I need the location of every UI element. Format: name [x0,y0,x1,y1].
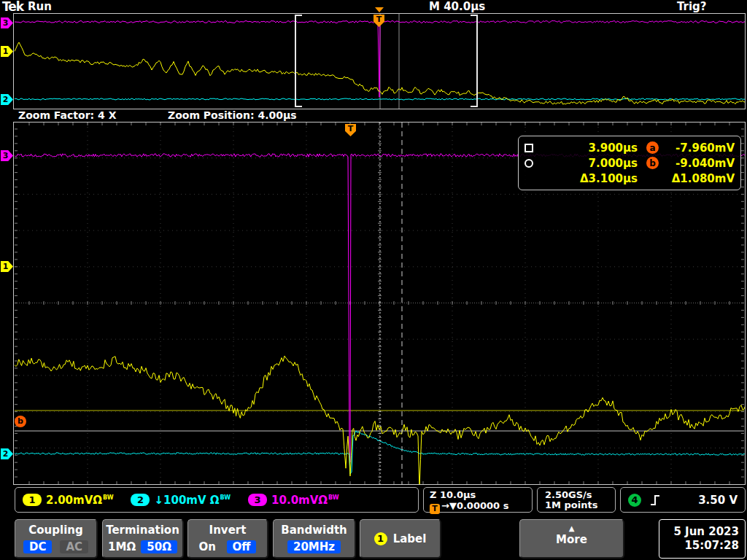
cursor-b-row: 7.000µs b -9.040mV [525,155,735,171]
cursor-b-time: 7.000µs [533,157,646,170]
ch1-readout-group[interactable]: 1 2.00mVΩBW [23,494,113,507]
ch2-bw-indicator: BW [220,494,231,501]
channel-readouts-box[interactable]: 1 2.00mVΩBW 2 ↓100mV ΩBW 3 10.0mVΩBW [15,487,419,513]
cursor-b-marker[interactable]: b [15,416,26,427]
invert-button[interactable]: Invert On Off [187,519,268,559]
zoom-bracket-left[interactable] [295,15,302,107]
ch2-scale-readout: ↓100mV ΩBW [154,494,231,507]
bandwidth-button[interactable]: Bandwidth 20MHz [273,519,356,559]
trigger-position-line: T→▼0.00000 s [430,500,532,514]
ch2-marker-main[interactable]: 2 [1,448,13,459]
trigger-position-readout: →▼0.00000 s [441,500,508,511]
coupling-title: Coupling [15,524,96,537]
coupling-ac-option[interactable]: AC [60,540,88,553]
zoom-bracket-right[interactable] [471,15,478,107]
more-button-text: More [520,533,623,546]
label-button[interactable]: 1 Label [360,519,441,559]
cursor-delta-time: Δ3.100µs [533,172,646,185]
cursor-a-time: 3.900µs [533,141,646,155]
trigger-level-readout: 3.50 V [698,494,738,507]
tek-logo: Tek [2,0,23,14]
termination-button[interactable]: Termination 1MΩ 50Ω [102,519,184,559]
trigger-position-arrow-icon[interactable] [375,7,384,12]
date-readout: 5 Jun 2023 [673,525,739,539]
termination-1mohm-option[interactable]: 1MΩ [108,540,136,553]
termination-title: Termination [103,524,182,537]
trigger-status: Trig? [677,0,707,13]
label-button-text: Label [393,532,427,545]
coupling-button[interactable]: Coupling DC AC [15,519,98,559]
ch3-marker-overview[interactable]: 3 [1,18,13,28]
bandwidth-value-option[interactable]: 20MHz [287,540,341,553]
ch1-bw-indicator: BW [103,494,113,501]
coupling-dc-option[interactable]: DC [23,540,52,553]
ch2-readout-group[interactable]: 2 ↓100mV ΩBW [131,494,231,507]
cursor-b-value: -9.040mV [659,157,735,170]
trigger-slope-icon [649,493,662,508]
zoom-timebase-readout: Z 10.0µs [430,489,532,500]
cursor-delta-row: Δ3.100µs Δ1.080mV [525,171,735,186]
ch1-marker-main[interactable]: 1 [1,261,13,272]
overview-window [13,13,746,109]
bandwidth-title: Bandwidth [274,524,355,537]
ch2-pill[interactable]: 2 [131,494,150,506]
trigger-source-pill[interactable]: 4 [628,494,641,507]
invert-on-option[interactable]: On [199,540,216,553]
cursor-delta-value: Δ1.080mV [659,172,735,185]
ch3-pill[interactable]: 3 [248,494,267,506]
cursor-b-handle-icon [525,159,533,168]
acquisition-status: Run [28,0,52,13]
invert-off-option[interactable]: Off [227,540,257,553]
sample-rate-readout: 2.50GS/s [545,490,615,500]
termination-50ohm-option[interactable]: 50Ω [141,540,177,553]
ch3-bw-indicator: BW [328,494,338,501]
ch1-pill[interactable]: 1 [23,494,42,506]
main-timebase-readout: M 40.0µs [429,0,485,13]
invert-title: Invert [188,524,267,537]
top-bar: Tek Run M 40.0µs Trig? [0,0,747,13]
acquisition-box[interactable]: 2.50GS/s 1M points [537,487,616,513]
ch2-marker-overview[interactable]: 2 [1,94,13,105]
zoom-factor-label: Zoom Factor: 4 X [18,109,116,121]
zoom-info-bar: Zoom Factor: 4 X Zoom Position: 4.00µs [0,109,747,122]
ch1-marker-overview[interactable]: 1 [1,46,13,57]
record-length-readout: 1M points [545,500,615,510]
cursor-a-value: -7.960mV [659,141,735,155]
zoom-timebase-box[interactable]: Z 10.0µs T→▼0.00000 s [423,487,533,513]
more-button[interactable]: ▲ More [519,519,624,559]
trigger-pos-icon: T [430,504,440,514]
ch3-marker-main[interactable]: 3 [1,150,13,161]
label-ch1-pill: 1 [374,532,387,545]
cursor-readout-box: 3.900µs a -7.960mV 7.000µs b -9.040mV Δ3… [518,136,741,190]
cursor-a-row: 3.900µs a -7.960mV [525,140,735,155]
time-readout: 15:07:28 [684,539,739,553]
ch3-scale-readout: 10.0mVΩBW [271,494,338,507]
ch3-readout-group[interactable]: 3 10.0mVΩBW [248,494,338,507]
ch1-scale-readout: 2.00mVΩBW [46,494,113,507]
cursor-a-handle-icon [525,144,533,152]
more-up-arrow-icon: ▲ [520,524,623,533]
zoom-position-label: Zoom Position: 4.00µs [168,109,297,121]
datetime-box: 5 Jun 2023 15:07:28 [659,519,746,559]
trigger-box[interactable]: 4 3.50 V [620,487,746,513]
cursor-a-badge: a [646,141,659,154]
cursor-b-badge: b [646,157,659,169]
